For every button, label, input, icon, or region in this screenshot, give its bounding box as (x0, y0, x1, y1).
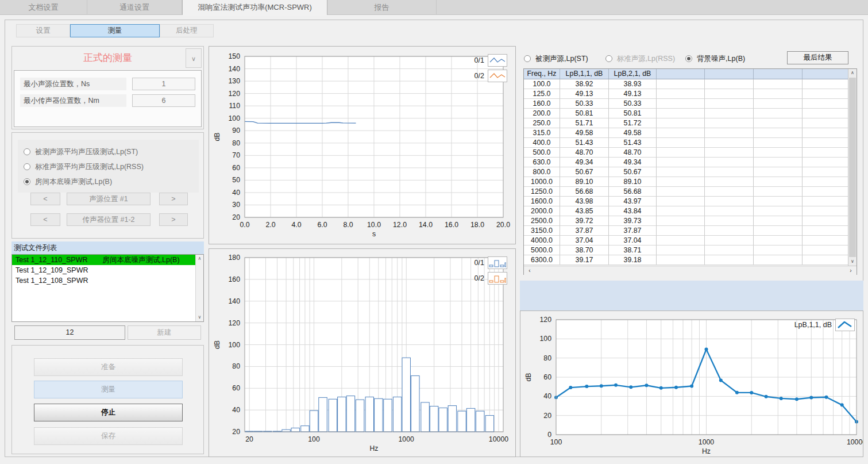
table-cell[interactable] (705, 99, 754, 109)
table-cell[interactable] (754, 128, 803, 138)
table-cell[interactable]: 1600.0 (524, 197, 560, 206)
subtab-postprocess[interactable]: 后处理 (160, 24, 214, 37)
radio-lp-st-test[interactable]: 被测声源平均声压级测试,Lp(ST) (24, 144, 199, 159)
scrollbar-thumb[interactable] (849, 78, 856, 257)
table-cell[interactable]: 50.33 (560, 99, 609, 109)
table-cell[interactable] (657, 236, 705, 246)
legend-curve-icon[interactable] (488, 54, 507, 67)
table-cell[interactable] (705, 255, 754, 265)
table-cell[interactable] (803, 236, 848, 246)
table-cell[interactable] (705, 138, 754, 148)
table-cell[interactable]: 51.43 (609, 138, 657, 148)
radio-result-lp-st[interactable]: 被测声源,Lp(ST) (524, 53, 588, 64)
table-cell[interactable] (657, 158, 705, 167)
radio-result-lp-b[interactable]: 背景噪声,Lp(B) (685, 53, 745, 64)
table-cell[interactable] (657, 89, 705, 99)
table-cell[interactable]: 39.17 (560, 255, 609, 265)
legend-curve-icon[interactable] (488, 256, 507, 269)
table-cell[interactable] (705, 167, 754, 177)
table-cell[interactable] (754, 197, 803, 206)
table-cell[interactable] (754, 177, 803, 187)
prepare-button[interactable]: 准备 (34, 358, 183, 376)
table-cell[interactable] (657, 197, 705, 206)
table-cell[interactable]: 1250.0 (524, 187, 560, 197)
mic-position-label-button[interactable]: 传声器位置 #1-2 (67, 213, 151, 226)
radio-lp-rss-test[interactable]: 标准声源平均声压级测试,Lp(RSS) (24, 159, 199, 174)
measure-button[interactable]: 测量 (34, 381, 183, 398)
table-cell[interactable] (657, 216, 705, 226)
table-cell[interactable]: 1000.0 (524, 177, 560, 187)
table-header-cell[interactable] (754, 69, 803, 79)
source-position-label-button[interactable]: 声源位置 #1 (67, 193, 151, 205)
table-cell[interactable] (657, 118, 705, 128)
table-cell[interactable] (705, 148, 754, 158)
table-cell[interactable]: 56.68 (560, 187, 609, 197)
list-item[interactable]: Test 1_12_109_SPWR (12, 265, 195, 275)
table-cell[interactable]: 49.34 (560, 158, 609, 167)
scroll-right-icon[interactable]: › (846, 266, 855, 275)
table-cell[interactable]: 38.70 (560, 246, 609, 255)
tab-document-settings[interactable]: 文档设置 (0, 0, 87, 15)
table-cell[interactable] (705, 118, 754, 128)
table-cell[interactable]: 43.98 (560, 197, 609, 206)
stop-button[interactable]: 停止 (34, 404, 183, 421)
table-cell[interactable] (754, 118, 803, 128)
table-cell[interactable]: 56.68 (609, 187, 657, 197)
table-cell[interactable]: 50.67 (560, 167, 609, 177)
table-cell[interactable] (754, 158, 803, 167)
table-cell[interactable] (657, 128, 705, 138)
chevron-down-icon[interactable]: ∨ (186, 48, 202, 68)
table-header-cell[interactable] (657, 69, 705, 79)
table-cell[interactable] (657, 99, 705, 109)
min-mic-positions-value[interactable]: 6 (132, 94, 195, 107)
source-position-next-button[interactable]: > (159, 193, 188, 205)
file-list-scrollbar[interactable]: ∧ ∨ (195, 255, 203, 321)
table-cell[interactable] (754, 206, 803, 216)
table-cell[interactable]: 250.0 (524, 118, 560, 128)
table-cell[interactable]: 51.43 (560, 138, 609, 148)
table-cell[interactable] (754, 187, 803, 197)
tab-channel-settings[interactable]: 通道设置 (87, 0, 182, 15)
table-cell[interactable]: 2500.0 (524, 216, 560, 226)
table-cell[interactable] (803, 128, 848, 138)
table-cell[interactable]: 50.67 (609, 167, 657, 177)
table-cell[interactable]: 4000.0 (524, 236, 560, 246)
table-cell[interactable] (803, 177, 848, 187)
test-count-button[interactable]: 12 (14, 325, 125, 340)
table-cell[interactable] (803, 89, 848, 99)
table-cell[interactable]: 51.71 (560, 118, 609, 128)
table-cell[interactable]: 43.85 (560, 206, 609, 216)
scroll-down-icon[interactable]: ∨ (848, 258, 857, 266)
table-cell[interactable]: 400.0 (524, 138, 560, 148)
table-cell[interactable]: 43.97 (609, 197, 657, 206)
table-cell[interactable] (803, 99, 848, 109)
result-line-plot[interactable]: 020406080100120100100010000HzdB (520, 311, 863, 457)
table-cell[interactable]: 315.0 (524, 128, 560, 138)
table-cell[interactable]: 6300.0 (524, 255, 560, 265)
table-cell[interactable]: 49.58 (609, 128, 657, 138)
table-header-cell[interactable]: LpB,1,1, dB (560, 69, 609, 79)
legend-curve-icon[interactable] (488, 272, 507, 285)
test-file-list[interactable]: Test 1_12_110_SPWR房间本底噪声测试,Lp(B)Test 1_1… (11, 254, 204, 322)
table-cell[interactable] (705, 128, 754, 138)
table-cell[interactable] (705, 216, 754, 226)
table-cell[interactable] (705, 187, 754, 197)
table-cell[interactable] (657, 246, 705, 255)
table-horizontal-scrollbar[interactable]: ‹ › (524, 266, 857, 275)
final-result-button[interactable]: 最后结果 (787, 51, 848, 64)
radio-lp-b-test[interactable]: 房间本底噪声测试,Lp(B) (24, 174, 199, 189)
subtab-measure[interactable]: 测量 (70, 24, 160, 37)
table-cell[interactable]: 5000.0 (524, 246, 560, 255)
table-header-cell[interactable] (803, 69, 848, 79)
table-cell[interactable]: 49.13 (560, 89, 609, 99)
table-cell[interactable] (705, 177, 754, 187)
table-cell[interactable] (657, 226, 705, 236)
table-cell[interactable] (754, 148, 803, 158)
table-cell[interactable] (754, 89, 803, 99)
table-cell[interactable] (705, 158, 754, 167)
mic-position-next-button[interactable]: > (159, 213, 188, 226)
scroll-up-icon[interactable]: ∧ (196, 255, 203, 263)
time-history-plot[interactable]: 20304050607080901001101201301401500.02.0… (209, 47, 515, 244)
table-header-cell[interactable] (705, 69, 754, 79)
table-cell[interactable] (705, 206, 754, 216)
